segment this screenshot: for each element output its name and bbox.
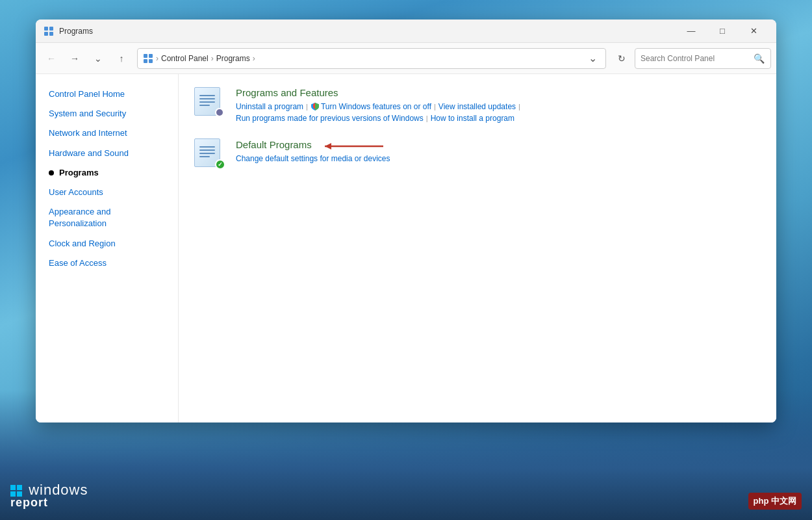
svg-rect-6 <box>144 59 147 63</box>
sidebar-item-label: Ease of Access <box>49 257 165 269</box>
window-controls: — □ ✕ <box>676 21 768 41</box>
sidebar: Control Panel Home System and Security N… <box>36 74 179 422</box>
search-input[interactable] <box>641 54 752 63</box>
up-button[interactable]: ↑ <box>111 48 132 69</box>
main-panel: Programs and Features Uninstall a progra… <box>179 74 776 422</box>
svg-rect-10 <box>10 485 16 490</box>
content-area: Control Panel Home System and Security N… <box>36 74 776 422</box>
breadcrumb-sep-3: › <box>253 54 255 63</box>
programs-features-content: Programs and Features Uninstall a progra… <box>236 87 520 123</box>
sidebar-item-system-security[interactable]: System and Security <box>36 104 178 124</box>
red-arrow-annotation <box>318 138 396 154</box>
default-programs-links: Change default settings for media or dev… <box>236 154 396 163</box>
programs-features-links-row1: Uninstall a program | Turn Windows featu… <box>236 102 520 111</box>
windows-logo-icon <box>10 485 22 497</box>
svg-rect-1 <box>49 27 53 31</box>
windows-report-logo: windows report <box>10 482 88 510</box>
default-programs-title[interactable]: Default Programs <box>236 139 312 150</box>
svg-rect-11 <box>17 485 22 490</box>
forward-button[interactable]: → <box>64 48 85 69</box>
window-title: Programs <box>59 27 676 36</box>
breadcrumb-programs[interactable]: Programs <box>216 54 250 63</box>
svg-rect-2 <box>44 32 48 36</box>
programs-features-title[interactable]: Programs and Features <box>236 87 520 98</box>
titlebar: Programs — □ ✕ <box>36 20 776 43</box>
sidebar-item-label: Network and Internet <box>49 127 165 139</box>
php-badge: php 中文网 <box>748 493 802 510</box>
sep-3: | <box>518 103 520 110</box>
sep-4: | <box>426 114 428 122</box>
breadcrumb-control-panel[interactable]: Control Panel <box>161 54 209 63</box>
programs-features-links-row2: Run programs made for previous versions … <box>236 114 520 123</box>
active-bullet <box>49 170 54 176</box>
svg-rect-7 <box>149 59 153 63</box>
uninstall-program-link[interactable]: Uninstall a program <box>236 102 303 111</box>
sidebar-item-label: Appearance and Personalization <box>49 206 165 229</box>
svg-rect-4 <box>144 54 147 58</box>
how-install-link[interactable]: How to install a program <box>431 114 514 123</box>
search-bar[interactable]: 🔍 <box>635 48 771 69</box>
address-icon <box>143 53 153 64</box>
programs-features-icon <box>194 87 225 118</box>
report-text: report <box>10 496 48 510</box>
sidebar-item-ease-access[interactable]: Ease of Access <box>36 254 178 273</box>
sidebar-item-network-internet[interactable]: Network and Internet <box>36 124 178 143</box>
search-icon[interactable]: 🔍 <box>752 52 765 65</box>
sidebar-item-label: Programs <box>59 167 165 179</box>
sidebar-item-appearance[interactable]: Appearance and Personalization <box>36 202 178 233</box>
svg-rect-3 <box>49 32 53 36</box>
recent-locations-button[interactable]: ⌄ <box>88 48 108 69</box>
sidebar-item-control-panel-home[interactable]: Control Panel Home <box>36 84 178 104</box>
sidebar-item-clock-region[interactable]: Clock and Region <box>36 234 178 254</box>
sidebar-item-hardware-sound[interactable]: Hardware and Sound <box>36 144 178 163</box>
close-button[interactable]: ✕ <box>739 21 768 41</box>
svg-rect-5 <box>149 54 153 58</box>
sidebar-item-user-accounts[interactable]: User Accounts <box>36 183 178 202</box>
sidebar-item-label: Hardware and Sound <box>49 148 165 159</box>
svg-rect-0 <box>44 27 48 31</box>
default-programs-content: Default Programs Change default settings… <box>236 138 396 163</box>
sidebar-item-label: User Accounts <box>49 187 165 198</box>
sidebar-item-label: Clock and Region <box>49 238 165 250</box>
windows-features-link[interactable]: Turn Windows features on or off <box>321 102 431 111</box>
back-button[interactable]: ← <box>41 48 62 69</box>
address-bar[interactable]: › Control Panel › Programs › ⌄ <box>137 48 606 69</box>
explorer-window: Programs — □ ✕ ← → ⌄ ↑ › Control Panel ›… <box>36 20 776 422</box>
breadcrumb-sep-2: › <box>211 54 214 63</box>
programs-features-section: Programs and Features Uninstall a progra… <box>194 87 761 123</box>
sidebar-item-programs[interactable]: Programs <box>36 163 178 183</box>
run-previous-link[interactable]: Run programs made for previous versions … <box>236 114 424 123</box>
navbar: ← → ⌄ ↑ › Control Panel › Programs › ⌄ ↻… <box>36 43 776 74</box>
maximize-button[interactable]: □ <box>707 21 737 41</box>
refresh-button[interactable]: ↻ <box>611 48 632 69</box>
change-defaults-link[interactable]: Change default settings for media or dev… <box>236 154 390 163</box>
shield-icon <box>311 102 320 111</box>
svg-marker-9 <box>325 143 331 150</box>
address-dropdown-button[interactable]: ⌄ <box>585 51 600 66</box>
window-icon <box>44 26 54 36</box>
default-programs-section: ✓ Default Programs Change default settin… <box>194 138 761 170</box>
sidebar-item-label: System and Security <box>49 108 165 120</box>
default-programs-icon: ✓ <box>194 138 225 170</box>
minimize-button[interactable]: — <box>676 21 706 41</box>
default-programs-title-row: Default Programs <box>236 138 396 154</box>
sep-1: | <box>306 103 308 110</box>
view-updates-link[interactable]: View installed updates <box>438 102 516 111</box>
breadcrumb-sep-1: › <box>156 54 159 63</box>
sep-2: | <box>434 103 436 110</box>
sidebar-item-label: Control Panel Home <box>49 88 165 100</box>
